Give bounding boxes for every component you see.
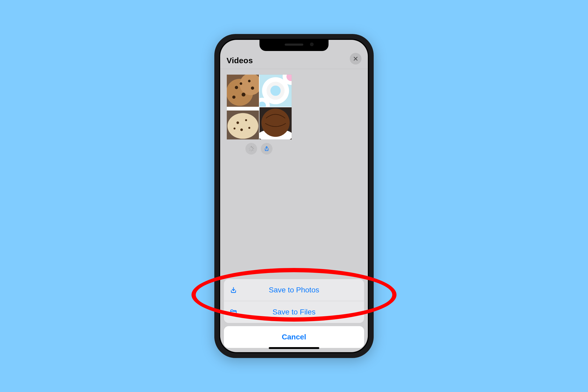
phone-frame: Videos — [214, 34, 374, 358]
download-icon — [230, 286, 237, 294]
svg-point-18 — [227, 113, 258, 139]
svg-point-8 — [240, 82, 242, 85]
action-label: Save to Photos — [269, 286, 319, 294]
svg-rect-24 — [227, 107, 259, 110]
svg-point-22 — [248, 127, 250, 129]
action-save-to-photos[interactable]: Save to Photos — [224, 279, 364, 301]
cookie-image — [259, 75, 292, 107]
thumb-cell — [227, 75, 259, 107]
close-button[interactable] — [350, 53, 361, 65]
phone-bezel: Videos — [219, 39, 369, 353]
svg-point-19 — [236, 121, 239, 124]
phone-screen: Videos — [220, 40, 368, 352]
share-button[interactable] — [261, 143, 272, 155]
cookie-image — [227, 75, 259, 107]
cookie-image — [259, 107, 292, 139]
svg-line-34 — [250, 150, 250, 151]
modal-title: Videos — [227, 56, 253, 65]
thumbnail-actions — [227, 143, 291, 155]
action-sheet-group: Save to Photos Save to Files — [224, 279, 364, 323]
svg-point-4 — [242, 93, 246, 97]
phone-notch — [259, 40, 329, 51]
svg-point-6 — [248, 80, 251, 82]
action-sheet: Save to Photos Save to Files Cancel — [224, 279, 364, 348]
share-icon — [264, 146, 270, 152]
svg-point-5 — [232, 96, 236, 99]
loading-button[interactable] — [245, 143, 257, 155]
thumb-cell — [259, 75, 292, 107]
folder-icon — [230, 308, 237, 316]
action-save-to-files[interactable]: Save to Files — [224, 301, 364, 323]
svg-line-32 — [252, 150, 253, 151]
cancel-button[interactable]: Cancel — [224, 326, 364, 348]
action-label: Save to Files — [272, 308, 316, 316]
svg-point-12 — [270, 86, 281, 96]
svg-point-20 — [245, 119, 247, 121]
thumb-cell — [259, 107, 292, 139]
video-thumbnail[interactable] — [227, 74, 292, 140]
svg-point-27 — [261, 109, 289, 137]
cancel-label: Cancel — [282, 333, 306, 341]
cookie-image — [227, 107, 259, 139]
loading-icon — [248, 146, 254, 152]
close-icon — [353, 56, 358, 61]
svg-point-23 — [233, 127, 235, 129]
thumb-cell — [227, 107, 259, 139]
svg-line-36 — [250, 147, 250, 148]
svg-line-30 — [252, 147, 253, 148]
svg-point-3 — [235, 86, 238, 89]
svg-point-21 — [240, 129, 243, 131]
home-indicator — [269, 347, 319, 349]
svg-point-7 — [251, 87, 254, 90]
